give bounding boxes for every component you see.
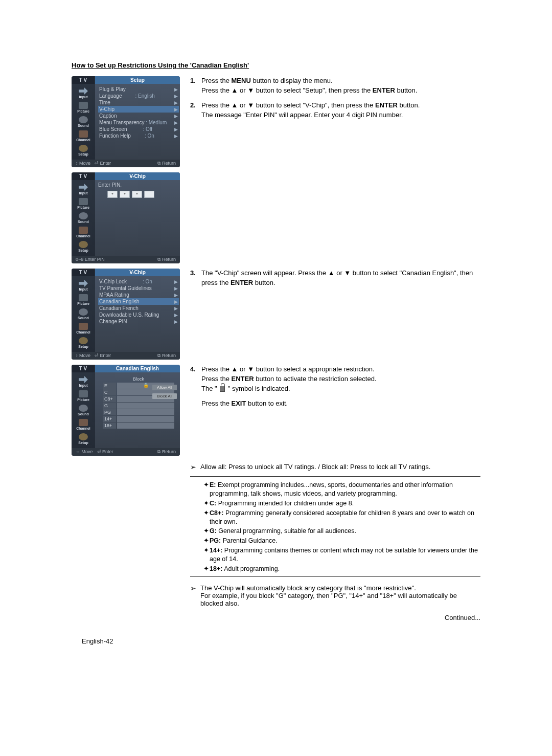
rating-row[interactable]: 14+ (103, 416, 174, 422)
setup-icon (79, 241, 88, 248)
step-2: Press the ▲ or ▼ button to select "V-Chi… (201, 101, 420, 120)
arrow-icon: ➢ (190, 584, 196, 592)
enter-pin-label: Enter PIN. (98, 182, 179, 188)
panel-caneng-header: Canadian English (95, 365, 180, 372)
continued-label: Continued... (445, 614, 480, 621)
side-input[interactable]: Input (72, 87, 95, 99)
panel-setup-header: Setup (95, 76, 180, 84)
setup-icon (79, 337, 88, 344)
menu-item[interactable]: Language: English▶ (98, 93, 179, 99)
menu-item[interactable]: Time▶ (98, 99, 179, 106)
definition-item: ✦C8+: Programming generally considered a… (202, 509, 480, 526)
menu-item[interactable]: Canadian French▶ (98, 305, 179, 312)
pin-2[interactable]: * (120, 191, 130, 198)
definition-item: ✦G: General programming, suitable for al… (202, 527, 480, 536)
pin-1[interactable]: * (107, 191, 118, 198)
step-2-num: 2. (190, 101, 201, 110)
sound-icon (79, 308, 88, 316)
panel-vchip: T V V-Chip Input Picture Sound Channel S… (72, 269, 180, 360)
picture-icon (79, 102, 88, 109)
menu-item[interactable]: MPAA Rating▶ (98, 292, 179, 298)
picture-icon (79, 390, 88, 397)
menu-item[interactable]: Plug & Play▶ (98, 86, 179, 93)
rating-row[interactable]: 18+ (103, 423, 174, 429)
note-auto: ➢ The V-Chip will automatically block an… (190, 584, 480, 607)
definition-item: ✦14+: Programming contains themes or con… (202, 546, 480, 564)
side-tabs: Input Picture Sound Channel Setup (72, 84, 95, 160)
side-picture[interactable]: Picture (72, 102, 95, 113)
panel-vchip-header: V-Chip (95, 269, 180, 276)
panel-setup: T V Setup Input Picture Sound Channel Se… (72, 76, 180, 167)
definition-item: ✦E: Exempt programming includes...news, … (202, 481, 480, 498)
step-4: Press the ▲ or ▼ button to select a appr… (201, 365, 377, 408)
channel-icon (79, 227, 88, 234)
step-1-num: 1. (190, 76, 201, 86)
channel-icon (79, 419, 88, 426)
step-1: Press the MENU button to display the men… (201, 76, 417, 96)
menu-item[interactable]: Menu Transparency: Medium▶ (98, 119, 179, 126)
input-icon (79, 184, 88, 191)
setup-icon (79, 433, 88, 440)
channel-icon (79, 130, 88, 138)
picture-icon (79, 198, 88, 205)
sound-icon (79, 405, 88, 412)
step-3: The "V-Chip" screen will appear. Press t… (201, 269, 480, 288)
panel-canadian-english: T V Canadian English Input Picture Sound… (72, 365, 180, 456)
side-setup[interactable]: Setup (72, 145, 95, 156)
pin-4[interactable] (144, 191, 154, 198)
menu-item[interactable]: Canadian English▶ (98, 298, 179, 305)
page-title: How to Set up Restrictions Using the 'Ca… (72, 61, 480, 69)
step-4-num: 4. (190, 365, 201, 374)
side-channel[interactable]: Channel (72, 130, 95, 142)
lock-icon (220, 386, 225, 392)
pin-3[interactable]: * (132, 191, 142, 198)
menu-item[interactable]: Change PIN▶ (98, 318, 179, 325)
setup-icon (79, 145, 88, 152)
block-all-button[interactable]: Block All (152, 393, 177, 399)
note-allowblock: ➢ Allow all: Press to unlock all TV rati… (190, 463, 480, 471)
menu-item[interactable]: Blue Screen: Off▶ (98, 126, 179, 132)
panel-pin-header: V-Chip (95, 172, 180, 180)
allow-all-button[interactable]: Allow All (152, 385, 177, 390)
input-icon (79, 280, 88, 287)
definition-item: ✦C: Programming intended for children un… (202, 499, 480, 508)
picture-icon (79, 294, 88, 301)
setup-menu: Plug & Play▶Language: English▶Time▶V-Chi… (95, 84, 180, 160)
tv-label: T V (72, 76, 95, 84)
menu-item[interactable]: TV Parental Guidelines▶ (98, 285, 179, 292)
side-tabs: Input Picture Sound Channel Setup (72, 180, 95, 256)
page-number: English-42 (82, 637, 113, 645)
sound-icon (79, 212, 88, 219)
sound-icon (79, 116, 88, 123)
menu-item[interactable]: Downloadable U.S. Rating▶ (98, 312, 179, 318)
panel-pin: T V V-Chip Input Picture Sound Channel S… (72, 172, 180, 263)
input-icon (79, 376, 88, 383)
arrow-icon: ➢ (190, 463, 196, 471)
rating-row[interactable]: G (103, 403, 174, 409)
rating-row[interactable]: PG (103, 409, 174, 415)
pin-fields[interactable]: * * * (107, 191, 179, 198)
definition-item: ✦18+: Adult programming. (202, 565, 480, 573)
menu-item[interactable]: V-Chip▶ (98, 106, 179, 113)
menu-item[interactable]: Caption▶ (98, 113, 179, 119)
block-header: Block (103, 376, 174, 383)
input-icon (79, 87, 88, 95)
panel-footer: ↕ Move ⏎ Enter ⧉ Return (72, 160, 180, 167)
channel-icon (79, 323, 88, 330)
menu-item[interactable]: Function Help: On▶ (98, 132, 179, 139)
menu-item[interactable]: V-Chip Lock: On▶ (98, 278, 179, 285)
definition-item: ✦PG: Parental Guidance. (202, 537, 480, 545)
step-3-num: 3. (190, 269, 201, 278)
side-sound[interactable]: Sound (72, 116, 95, 127)
